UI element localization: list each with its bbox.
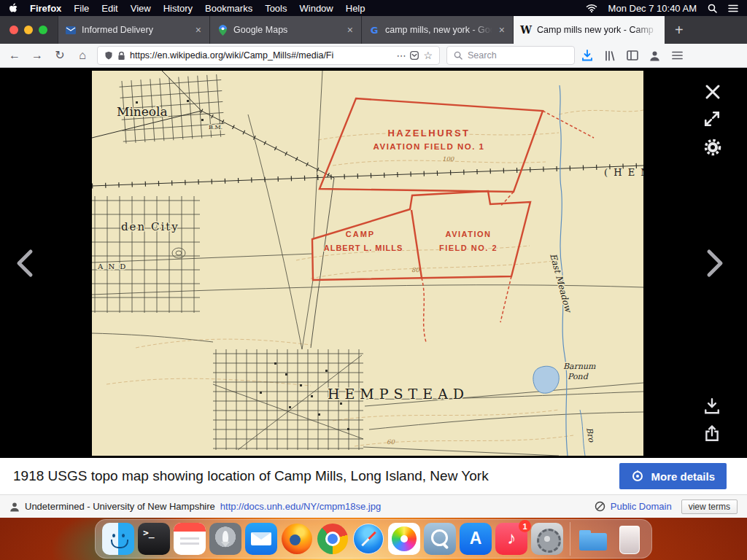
forward-button[interactable]: →	[29, 50, 45, 61]
tab-google-maps[interactable]: Google Maps ×	[209, 16, 361, 44]
menu-bar-clock[interactable]: Mon Dec 7 10:40 AM	[608, 3, 697, 14]
author-icon	[9, 502, 20, 512]
search-placeholder: Search	[468, 50, 497, 61]
tracking-protection-shield-icon[interactable]	[104, 50, 113, 61]
window-minimize-button[interactable]	[24, 26, 33, 34]
tab-wikipedia-camp-mills[interactable]: W Camp mills new york - Camp	[513, 16, 665, 44]
new-tab-button[interactable]: +	[665, 22, 694, 39]
url-bar[interactable]: https://en.wikipedia.org/wiki/Camp_Mills…	[97, 46, 440, 65]
dock-preview-icon[interactable]	[424, 523, 456, 555]
sidebar-toggle-button[interactable]	[627, 50, 643, 61]
tab-close-icon[interactable]: ×	[194, 24, 203, 36]
tab-label: camp mills, new york - Goog	[385, 25, 492, 35]
dock-system-preferences-icon[interactable]	[531, 523, 563, 555]
notification-center-icon[interactable]	[728, 4, 738, 12]
map-label-hem: ( H E M	[604, 167, 643, 178]
url-text: https://en.wikipedia.org/wiki/Camp_Mills…	[130, 50, 392, 61]
menu-help[interactable]: Help	[346, 3, 365, 14]
dock-terminal-icon[interactable]	[138, 523, 170, 555]
map-label-and: A N D	[97, 262, 127, 271]
page-actions-icon[interactable]: ⋯	[396, 51, 406, 61]
image-caption-bar: 1918 USGS topo map showing location of C…	[0, 458, 747, 494]
search-icon	[454, 51, 462, 60]
map-label-aviation-field-1: AVIATION FIELD NO. 1	[374, 142, 485, 151]
app-menu-button[interactable]	[672, 51, 688, 60]
dock-photos-icon[interactable]	[388, 523, 420, 555]
tab-close-icon[interactable]: ×	[498, 24, 506, 36]
search-field[interactable]: Search	[446, 46, 575, 65]
apple-icon	[9, 3, 18, 13]
attribution-bar: Undetermined - University of New Hampshi…	[0, 494, 747, 518]
menu-history[interactable]: History	[163, 3, 193, 14]
spotlight-search-icon[interactable]	[708, 4, 717, 13]
map-elev-60: 60	[387, 438, 395, 446]
map-label-mineola: Mineola	[117, 104, 168, 119]
window-close-button[interactable]	[9, 26, 18, 34]
menu-window[interactable]: Window	[300, 3, 333, 14]
tab-google-search[interactable]: G camp mills, new york - Goog ×	[361, 16, 513, 44]
apple-menu[interactable]	[9, 3, 18, 13]
home-button[interactable]: ⌂	[74, 50, 90, 61]
map-label-albert-l-mills: ALBERT L. MILLS	[324, 244, 403, 252]
dock-app-store-icon[interactable]	[460, 523, 492, 555]
bookmark-star-icon[interactable]: ☆	[423, 50, 433, 61]
map-image[interactable]: HAZELHURST AVIATION FIELD NO. 1 CAMP ALB…	[92, 71, 643, 456]
menu-edit[interactable]: Edit	[101, 3, 117, 14]
menu-file[interactable]: File	[74, 3, 89, 14]
menu-app-name[interactable]: Firefox	[30, 3, 61, 14]
license-link[interactable]: Public Domain	[611, 501, 672, 512]
dock-divider	[570, 522, 570, 556]
dock-downloads-folder-icon[interactable]	[577, 523, 609, 555]
tab-close-icon[interactable]: ×	[346, 24, 355, 36]
lock-icon[interactable]	[117, 51, 125, 61]
viewer-download-button[interactable]	[703, 397, 721, 415]
tab-informed-delivery[interactable]: Informed Delivery ×	[58, 16, 209, 44]
wifi-icon[interactable]	[586, 4, 597, 12]
account-button[interactable]	[649, 50, 665, 61]
viewer-share-button[interactable]	[703, 425, 721, 443]
informed-delivery-favicon	[65, 24, 77, 36]
reload-button[interactable]: ↻	[52, 50, 68, 61]
menu-tools[interactable]: Tools	[265, 3, 287, 14]
browser-tab-bar: Informed Delivery × Google Maps × G camp…	[0, 16, 747, 44]
map-label-aviation: AVIATION	[446, 230, 492, 238]
dock-mail-icon[interactable]	[245, 523, 277, 555]
viewer-close-button[interactable]	[703, 82, 722, 101]
wikipedia-favicon: W	[520, 24, 532, 36]
google-maps-favicon	[217, 24, 228, 36]
library-button[interactable]	[604, 50, 620, 61]
google-favicon: G	[368, 24, 380, 36]
browser-navigation-bar: ← → ↻ ⌂ https://en.wikipedia.org/wiki/Ca…	[0, 44, 747, 68]
previous-image-button[interactable]	[12, 247, 38, 279]
desktop-wallpaper-strip: 1	[0, 518, 747, 560]
viewer-settings-gear-icon[interactable]	[703, 138, 722, 157]
menu-view[interactable]: View	[131, 3, 151, 14]
attribution-source-link[interactable]: http://docs.unh.edu/NY/cmpm18se.jpg	[220, 501, 381, 512]
dock-finder-icon[interactable]	[102, 523, 134, 555]
dock-launchpad-icon[interactable]	[209, 523, 241, 555]
menu-bookmarks[interactable]: Bookmarks	[205, 3, 252, 14]
topo-map-svg: HAZELHURST AVIATION FIELD NO. 1 CAMP ALB…	[92, 71, 643, 456]
window-zoom-button[interactable]	[39, 26, 47, 34]
more-details-button[interactable]: More details	[619, 463, 727, 489]
dock-safari-icon[interactable]	[352, 523, 384, 555]
dock-firefox-icon[interactable]	[281, 523, 313, 555]
image-caption: 1918 USGS topo map showing location of C…	[13, 468, 489, 484]
dock-calendar-icon[interactable]	[174, 523, 206, 555]
view-terms-button[interactable]: view terms	[681, 499, 738, 514]
downloads-button[interactable]	[581, 50, 597, 61]
dock-chrome-icon[interactable]	[317, 523, 349, 555]
map-label-hazelhurst: HAZELHURST	[387, 128, 470, 139]
barnum-pond-shape	[533, 366, 559, 393]
tab-label: Informed Delivery	[82, 25, 189, 35]
notification-badge: 1	[519, 520, 531, 532]
pocket-icon[interactable]	[410, 51, 419, 60]
viewer-fullscreen-button[interactable]	[703, 110, 721, 128]
dock-trash-icon[interactable]	[613, 523, 645, 555]
back-button[interactable]: ←	[7, 50, 23, 61]
tab-label: Google Maps	[233, 25, 341, 35]
tab-label: Camp mills new york - Camp	[537, 25, 658, 35]
more-details-label: More details	[651, 470, 715, 483]
dock-music-icon[interactable]: 1	[495, 523, 527, 555]
next-image-button[interactable]	[702, 247, 728, 279]
